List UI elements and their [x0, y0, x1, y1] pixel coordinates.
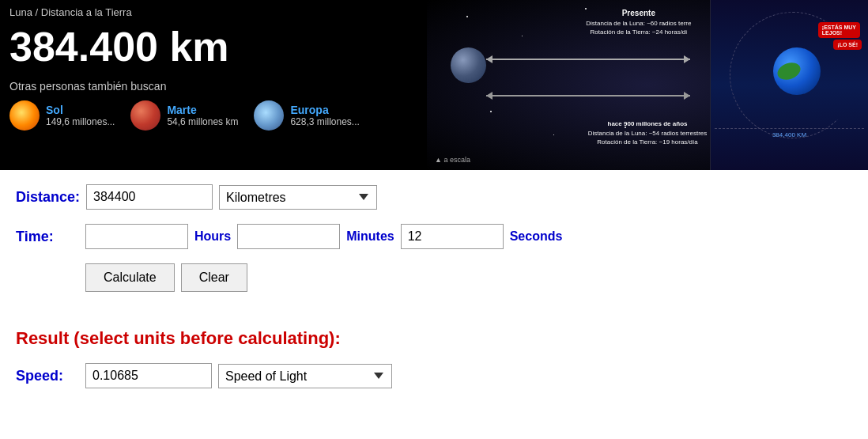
related-item-sol[interactable]: Sol 149,6 millones... [9, 100, 115, 131]
seconds-input[interactable] [401, 224, 504, 249]
moon-planet [451, 47, 486, 83]
hours-label: Hours [194, 229, 231, 244]
star [490, 111, 492, 112]
hours-input[interactable] [85, 224, 188, 249]
result-row: Speed: Speed of Light km/s m/s mph km/h [16, 363, 852, 388]
space-image: Presente Distancia de la Luna: ~60 radio… [427, 0, 868, 170]
sol-icon [9, 100, 40, 131]
distance-label: Distance: [16, 189, 80, 206]
related-item-europa[interactable]: Europa 628,3 millones... [254, 100, 359, 131]
marte-name: Marte [167, 104, 238, 116]
result-title: Result (select units before calculating)… [16, 328, 852, 349]
europa-text: Europa 628,3 millones... [290, 104, 359, 127]
europa-name: Europa [290, 104, 359, 116]
sol-text: Sol 149,6 millones... [46, 104, 115, 127]
star [522, 36, 523, 36]
time-row: Time: Hours Minutes Seconds [16, 224, 852, 249]
speed-label: Speed: [16, 368, 79, 384]
mars-icon [130, 100, 160, 131]
main-distance-display: 384.400 km [9, 23, 417, 70]
distance-arrow [486, 59, 690, 60]
speed-unit-select[interactable]: Speed of Light km/s m/s mph km/h [218, 364, 392, 388]
unit-select[interactable]: Kilometres Miles Meters Feet Light Secon… [219, 185, 377, 210]
calculate-button[interactable]: Calculate [85, 263, 175, 292]
distance-row: Distance: Kilometres Miles Meters Feet L… [16, 184, 852, 210]
europa-distance: 628,3 millones... [290, 116, 359, 127]
europa-icon [254, 100, 284, 131]
breadcrumb: Luna / Distancia a la Tierra [9, 6, 417, 18]
speech-bubble-1: ¡ESTÁS MUYLEJOS! [818, 22, 860, 38]
right-diagram: ¡ESTÁS MUYLEJOS! ¡LO SÉ! 384,400 KM [710, 0, 868, 170]
related-item-marte[interactable]: Marte 54,6 millones km [130, 100, 238, 131]
star [466, 16, 468, 17]
scale-label: ▲ a escala [435, 156, 470, 164]
breadcrumb-page: Distancia a la Tierra [41, 6, 132, 18]
time-label: Time: [16, 229, 79, 245]
distance-input[interactable] [86, 184, 213, 210]
second-arrow [486, 95, 690, 97]
star [553, 134, 554, 135]
top-section: Luna / Distancia a la Tierra 384.400 km … [0, 0, 868, 170]
minutes-input[interactable] [237, 224, 340, 249]
calculator-section: Distance: Kilometres Miles Meters Feet L… [0, 170, 868, 320]
breadcrumb-separator: / [36, 6, 41, 18]
space-image-panel: Presente Distancia de la Luna: ~60 radio… [427, 0, 868, 170]
present-label: Presente Distancia de la Luna: ~60 radio… [586, 8, 691, 36]
distance-label-diagram: 384,400 KM [715, 128, 864, 138]
past-label: hace 900 millones de años Distancia de l… [588, 119, 708, 146]
sol-distance: 149,6 millones... [46, 116, 115, 127]
breadcrumb-luna[interactable]: Luna [9, 6, 32, 18]
marte-distance: 54,6 millones km [167, 116, 238, 127]
minutes-label: Minutes [346, 229, 394, 244]
clear-button[interactable]: Clear [181, 263, 247, 292]
buttons-row: Calculate Clear [85, 263, 852, 292]
marte-text: Marte 54,6 millones km [167, 104, 238, 127]
related-items-list: Sol 149,6 millones... Marte 54,6 millone… [9, 100, 417, 131]
result-section: Result (select units before calculating)… [0, 320, 868, 404]
arrow-right [684, 92, 690, 100]
sol-name: Sol [46, 104, 115, 116]
arrow-left [486, 92, 492, 100]
top-left-panel: Luna / Distancia a la Tierra 384.400 km … [0, 0, 427, 170]
also-search-label: Otras personas también buscan [9, 80, 417, 93]
speed-input[interactable] [85, 363, 212, 388]
speech-bubble-2: ¡LO SÉ! [833, 40, 862, 50]
seconds-label: Seconds [510, 229, 563, 244]
